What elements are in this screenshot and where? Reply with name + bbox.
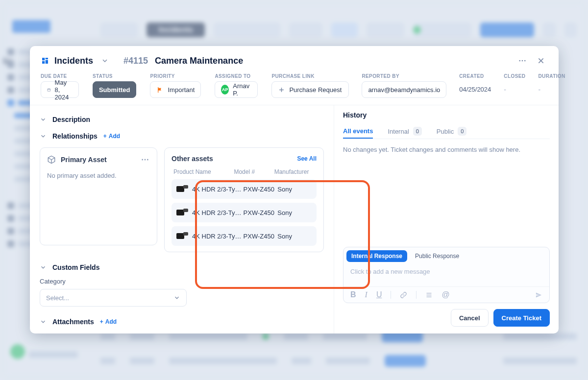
close-button[interactable] <box>534 54 548 68</box>
ticket-modal: Incidents #4115 Camera Maintenance DUE D… <box>30 46 559 333</box>
primary-asset-more-button[interactable]: ⋯ <box>141 155 150 164</box>
asset-row[interactable]: 4K HDR 2/3-Type … PXW-Z450 Sony <box>172 226 317 246</box>
underline-icon[interactable]: U <box>376 290 382 299</box>
create-ticket-button[interactable]: Create Ticket <box>493 309 550 327</box>
more-menu-button[interactable] <box>515 54 529 68</box>
history-title: History <box>343 111 550 119</box>
primary-asset-panel: Primary Asset ⋯ No primary asset added. <box>40 147 157 245</box>
add-relationship-link[interactable]: Add <box>103 133 120 140</box>
custom-fields-section-header[interactable]: Custom Fields <box>40 259 324 276</box>
attachments-section-header[interactable]: Attachments Add <box>40 313 324 330</box>
col-model: Model # <box>234 168 274 175</box>
svg-point-2 <box>524 60 526 62</box>
chevron-down-icon[interactable] <box>101 57 109 65</box>
primary-asset-empty-text: No primary asset added. <box>47 172 150 179</box>
reported-by-chip[interactable]: arnav@beamdynamics.io <box>362 81 446 98</box>
composer-tab-public[interactable]: Public Response <box>410 250 464 262</box>
tab-public[interactable]: Public0 <box>437 124 466 139</box>
col-product-name: Product Name <box>173 168 234 175</box>
composer-toolbar: B I U @ <box>343 286 549 303</box>
category-select[interactable]: Select... <box>40 289 187 307</box>
created-label: CREATED <box>459 73 491 79</box>
due-date-label: DUE DATE <box>41 73 79 79</box>
cancel-button[interactable]: Cancel <box>451 309 489 327</box>
ticket-id: #4115 <box>123 56 148 66</box>
mention-icon[interactable]: @ <box>441 290 449 299</box>
duration-label: DURATION <box>538 73 565 79</box>
composer-tab-internal[interactable]: Internal Response <box>346 250 407 262</box>
cube-icon <box>47 155 56 164</box>
closed-value: - <box>504 81 525 94</box>
priority-label: PRIORITY <box>150 73 201 79</box>
history-empty-text: No changes yet. Ticket changes and comme… <box>343 146 550 153</box>
chevron-down-icon <box>173 294 180 301</box>
relationships-section-header[interactable]: Relationships Add <box>40 128 324 144</box>
message-composer: Internal Response Public Response Click … <box>343 247 550 303</box>
calendar-icon <box>47 86 51 94</box>
see-all-link[interactable]: See All <box>297 155 317 162</box>
purchase-label: PURCHASE LINK <box>271 73 349 79</box>
right-pane: History All events Internal0 Public0 No … <box>334 105 559 333</box>
svg-rect-5 <box>48 89 50 91</box>
history-tabs: All events Internal0 Public0 <box>343 124 550 139</box>
avatar: AP <box>221 85 229 95</box>
italic-icon[interactable]: I <box>365 290 368 299</box>
status-chip[interactable]: Submitted <box>93 81 137 98</box>
assigned-label: ASSIGNED TO <box>215 73 258 79</box>
svg-point-0 <box>519 60 520 62</box>
link-icon[interactable] <box>400 291 407 299</box>
incidents-icon <box>41 56 49 65</box>
description-section-header[interactable]: Description <box>40 111 324 128</box>
other-assets-panel: Other assets See All Product Name Model … <box>164 147 324 252</box>
bold-icon[interactable]: B <box>350 290 356 299</box>
svg-point-1 <box>522 60 523 62</box>
col-manufacturer: Manufacturer <box>274 168 315 175</box>
status-label: STATUS <box>93 73 137 79</box>
ticket-meta-row: DUE DATE May 8, 2024 STATUS Submitted PR… <box>30 71 559 105</box>
breadcrumb[interactable]: Incidents <box>54 56 93 66</box>
camera-icon <box>176 185 188 193</box>
due-date-chip[interactable]: May 8, 2024 <box>41 81 79 98</box>
camera-icon <box>176 232 188 240</box>
align-icon[interactable] <box>425 291 433 299</box>
composer-input[interactable]: Click to add a new message <box>343 265 549 286</box>
left-pane: Description Relationships Add Primary As… <box>30 105 334 333</box>
send-icon[interactable] <box>535 291 542 299</box>
tab-internal[interactable]: Internal0 <box>388 124 421 139</box>
created-value: 04/25/2024 <box>459 81 491 93</box>
modal-footer: Cancel Create Ticket <box>343 303 550 327</box>
chevron-down-icon <box>40 318 47 325</box>
flag-icon <box>156 86 164 94</box>
camera-icon <box>176 209 188 216</box>
modal-header: Incidents #4115 Camera Maintenance <box>30 46 559 71</box>
ticket-title: Camera Maintenance <box>155 56 243 66</box>
chevron-down-icon <box>40 133 47 140</box>
other-assets-title: Other assets <box>172 155 213 163</box>
asset-row[interactable]: 4K HDR 2/3-Type … PXW-Z450 Sony <box>172 203 317 222</box>
attachments-empty-text[interactable]: No attachments added. Click to add a new… <box>40 333 324 333</box>
priority-chip[interactable]: Important <box>150 81 201 98</box>
category-label: Category <box>40 278 324 285</box>
add-attachment-link[interactable]: Add <box>100 318 117 325</box>
closed-label: CLOSED <box>504 73 525 79</box>
chevron-down-icon <box>40 116 47 123</box>
reported-label: REPORTED BY <box>362 73 446 79</box>
duration-value: - <box>538 81 565 94</box>
plus-icon <box>278 86 285 94</box>
tab-all-events[interactable]: All events <box>343 124 373 139</box>
assigned-chip[interactable]: AP Arnav P. <box>215 81 258 98</box>
purchase-link-chip[interactable]: Purchase Request <box>271 81 349 98</box>
asset-row[interactable]: 4K HDR 2/3-Type … PXW-Z450 Sony <box>172 179 317 199</box>
chevron-down-icon <box>40 264 47 271</box>
